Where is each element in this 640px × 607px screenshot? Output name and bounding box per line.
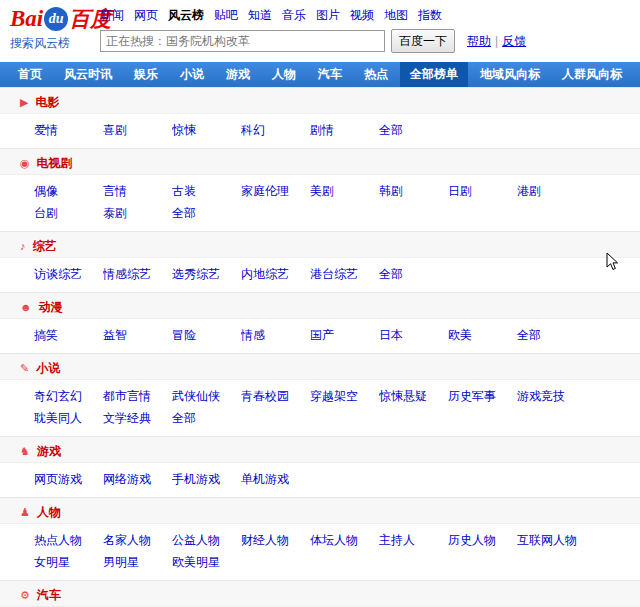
category-link[interactable]: 选秀综艺 — [172, 263, 241, 285]
category-link[interactable]: 奇幻玄幻 — [34, 385, 103, 407]
section-links-game: 网页游戏网络游戏手机游戏单机游戏 — [0, 463, 640, 497]
category-link[interactable]: 泰剧 — [103, 202, 172, 224]
category-link[interactable]: 穿越架空 — [310, 385, 379, 407]
category-link[interactable]: 偶像 — [34, 180, 103, 202]
category-link[interactable]: 日本 — [379, 324, 448, 346]
category-link[interactable]: 访谈综艺 — [34, 263, 103, 285]
top-nav-index[interactable]: 指数 — [418, 8, 442, 22]
section-header-tv-series: ◉电视剧 — [0, 149, 640, 175]
section-header-variety: ♪综艺 — [0, 232, 640, 258]
category-link[interactable]: 游戏竞技 — [517, 385, 586, 407]
category-link[interactable]: 情感综艺 — [103, 263, 172, 285]
top-nav-image[interactable]: 图片 — [316, 8, 340, 22]
nav-tab-all-lists[interactable]: 全部榜单 — [400, 62, 468, 87]
section-car: ⚙汽车 — [0, 580, 640, 607]
category-link[interactable]: 内地综艺 — [241, 263, 310, 285]
category-link[interactable]: 体坛人物 — [310, 529, 379, 551]
top-nav-tieba[interactable]: 贴吧 — [214, 8, 238, 22]
category-link[interactable]: 热点人物 — [34, 529, 103, 551]
top-nav-map[interactable]: 地图 — [384, 8, 408, 22]
category-link[interactable]: 全部 — [172, 202, 241, 224]
category-link[interactable]: 日剧 — [448, 180, 517, 202]
category-link[interactable]: 台剧 — [34, 202, 103, 224]
category-link[interactable]: 名家人物 — [103, 529, 172, 551]
category-link[interactable]: 科幻 — [241, 119, 310, 141]
nav-tab-people[interactable]: 人物 — [262, 62, 306, 87]
category-link[interactable]: 网页游戏 — [34, 468, 103, 490]
category-link[interactable]: 全部 — [379, 263, 448, 285]
category-link[interactable]: 历史军事 — [448, 385, 517, 407]
category-link[interactable]: 女明星 — [34, 551, 103, 573]
category-link[interactable]: 全部 — [172, 407, 241, 429]
top-nav-zhidao[interactable]: 知道 — [248, 8, 272, 22]
logo-bai: Bai — [10, 6, 43, 31]
category-link[interactable]: 港剧 — [517, 180, 586, 202]
help-links: 帮助|反馈 — [467, 33, 526, 50]
category-link[interactable]: 喜剧 — [103, 119, 172, 141]
category-link[interactable]: 主持人 — [379, 529, 448, 551]
category-link[interactable]: 都市言情 — [103, 385, 172, 407]
nav-tab-fengyun-news[interactable]: 风云时讯 — [54, 62, 122, 87]
category-link[interactable]: 港台综艺 — [310, 263, 379, 285]
category-link[interactable]: 男明星 — [103, 551, 172, 573]
category-link[interactable]: 青春校园 — [241, 385, 310, 407]
top-nav-fengyunbang[interactable]: 风云榜 — [168, 8, 204, 22]
category-link[interactable]: 武侠仙侠 — [172, 385, 241, 407]
nav-tab-novel[interactable]: 小说 — [170, 62, 214, 87]
category-link[interactable]: 惊悚悬疑 — [379, 385, 448, 407]
category-link[interactable]: 历史人物 — [448, 529, 517, 551]
nav-tab-crowd-trend[interactable]: 人群风向标 — [552, 62, 632, 87]
search-input[interactable] — [100, 30, 385, 52]
section-header-people: ♟人物 — [0, 498, 640, 524]
top-nav-news[interactable]: 新闻 — [100, 8, 124, 22]
top-nav-music[interactable]: 音乐 — [282, 8, 306, 22]
top-nav-video[interactable]: 视频 — [350, 8, 374, 22]
category-link[interactable]: 互联网人物 — [517, 529, 586, 551]
baidu-logo[interactable]: Baidu百度 搜索风云榜 — [10, 6, 111, 52]
section-title-anime: 动漫 — [39, 300, 63, 314]
section-title-game: 游戏 — [37, 444, 61, 458]
link-row: 耽美同人文学经典全部 — [34, 407, 640, 429]
category-link[interactable]: 搞笑 — [34, 324, 103, 346]
section-links-movie: 爱情喜剧惊悚科幻剧情全部 — [0, 114, 640, 148]
category-link[interactable]: 公益人物 — [172, 529, 241, 551]
category-link[interactable]: 单机游戏 — [241, 468, 310, 490]
category-link[interactable]: 全部 — [379, 119, 448, 141]
category-link[interactable]: 家庭伦理 — [241, 180, 310, 202]
category-link[interactable]: 国产 — [310, 324, 379, 346]
section-movie: ▶电影爱情喜剧惊悚科幻剧情全部 — [0, 87, 640, 148]
category-link[interactable]: 手机游戏 — [172, 468, 241, 490]
feedback-link[interactable]: 反馈 — [502, 34, 526, 48]
category-link[interactable]: 言情 — [103, 180, 172, 202]
nav-tab-home[interactable]: 首页 — [8, 62, 52, 87]
category-link[interactable]: 网络游戏 — [103, 468, 172, 490]
nav-tab-car[interactable]: 汽车 — [308, 62, 352, 87]
help-link[interactable]: 帮助 — [467, 34, 491, 48]
category-link[interactable]: 古装 — [172, 180, 241, 202]
category-link[interactable]: 欧美明星 — [172, 551, 241, 573]
category-link[interactable]: 剧情 — [310, 119, 379, 141]
category-link[interactable]: 财经人物 — [241, 529, 310, 551]
category-link[interactable]: 情感 — [241, 324, 310, 346]
top-nav: 新闻网页风云榜贴吧知道音乐图片视频地图指数 — [100, 7, 452, 24]
nav-tab-entertainment[interactable]: 娱乐 — [124, 62, 168, 87]
category-link[interactable]: 爱情 — [34, 119, 103, 141]
category-link[interactable]: 全部 — [517, 324, 586, 346]
baidu-fengyunbang-page: Baidu百度 搜索风云榜 新闻网页风云榜贴吧知道音乐图片视频地图指数 百度一下… — [0, 0, 640, 607]
baidu-search-button[interactable]: 百度一下 — [391, 29, 455, 53]
category-link[interactable]: 益智 — [103, 324, 172, 346]
top-nav-web[interactable]: 网页 — [134, 8, 158, 22]
category-link[interactable]: 文学经典 — [103, 407, 172, 429]
nav-tab-game[interactable]: 游戏 — [216, 62, 260, 87]
category-link[interactable]: 美剧 — [310, 180, 379, 202]
people-icon: ♟ — [20, 499, 30, 525]
category-link[interactable]: 惊悚 — [172, 119, 241, 141]
section-title-variety: 综艺 — [33, 239, 57, 253]
category-link[interactable]: 韩剧 — [379, 180, 448, 202]
category-link[interactable]: 欧美 — [448, 324, 517, 346]
category-link[interactable]: 耽美同人 — [34, 407, 103, 429]
section-title-people: 人物 — [37, 505, 61, 519]
category-link[interactable]: 冒险 — [172, 324, 241, 346]
nav-tab-region-trend[interactable]: 地域风向标 — [470, 62, 550, 87]
nav-tab-hot[interactable]: 热点 — [354, 62, 398, 87]
